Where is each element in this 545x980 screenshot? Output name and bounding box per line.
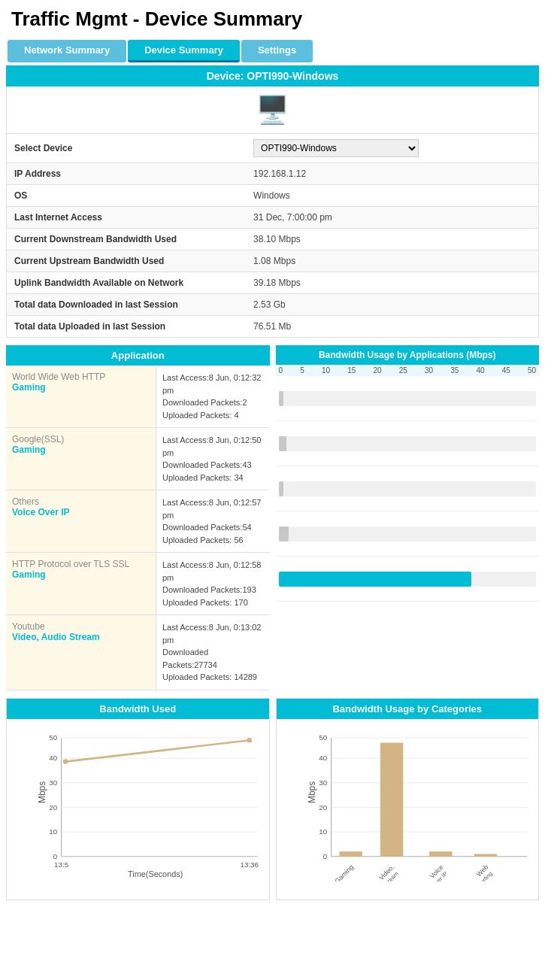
svg-text:10: 10 [49, 827, 57, 836]
bw-bar-row [276, 511, 540, 557]
field-value: 192.168.1.12 [246, 163, 538, 185]
table-row: Total data Downloaded in last Session 2.… [7, 294, 539, 316]
bw-bar-container [279, 391, 537, 406]
svg-text:Mbps: Mbps [37, 781, 47, 803]
app-category: Gaming [12, 444, 150, 455]
bandwidth-used-header: Bandwidth Used [7, 699, 269, 719]
bw-bar-row [276, 466, 540, 511]
line-chart-svg: Mbps 0 10 20 30 40 50 [37, 725, 266, 881]
bw-bar [279, 572, 472, 587]
table-row: Last Internet Access 31 Dec, 7:00:00 pm [7, 207, 539, 229]
scale-label: 15 [347, 366, 356, 375]
bar-voip [429, 851, 452, 857]
scale-label: 40 [476, 366, 484, 375]
app-name-col: World Wide Web HTTP Gaming [6, 366, 156, 427]
field-label: Total data Downloaded in last Session [7, 294, 247, 316]
svg-text:0: 0 [53, 851, 58, 860]
field-label: Uplink Bandwidth Available on Network [7, 272, 247, 294]
app-details: Last Access:8 Jun, 0:12:50 pmDownloaded … [156, 428, 270, 490]
field-label: Current Upstream Bandwidth Used [7, 250, 247, 272]
application-col: Application World Wide Web HTTP Gaming L… [6, 345, 270, 690]
table-row: Total data Uploaded in last Session 76.5… [7, 316, 539, 338]
field-label: OS [7, 185, 247, 207]
table-row: Current Downstream Bandwidth Used 38.10 … [7, 229, 539, 250]
app-name: Others [12, 496, 150, 507]
scale-label: 50 [528, 366, 536, 375]
bw-bar-row [276, 421, 540, 466]
bar-web [474, 854, 496, 856]
svg-text:Time(Seconds): Time(Seconds) [128, 869, 183, 878]
table-row: Select Device OPTI990-Windows [7, 134, 539, 163]
tab-network[interactable]: Network Summary [8, 40, 126, 62]
bw-bar-container [279, 481, 537, 496]
device-icon-row: 🖥️ [6, 86, 539, 134]
bw-bars [276, 376, 540, 602]
svg-text:40: 40 [49, 754, 57, 762]
application-rows: World Wide Web HTTP Gaming Last Access:8… [6, 366, 270, 690]
svg-point-15 [63, 759, 68, 764]
app-name-col: HTTP Protocol over TLS SSL Gaming [6, 553, 156, 614]
field-value: 39.18 Mbps [246, 272, 538, 294]
list-item: World Wide Web HTTP Gaming Last Access:8… [6, 366, 270, 428]
device-select[interactable]: OPTI990-Windows [253, 139, 419, 157]
field-value[interactable]: OPTI990-Windows [246, 134, 538, 163]
table-row: IP Address 192.168.1.12 [7, 163, 539, 185]
app-category: Voice Over IP [12, 507, 150, 517]
bandwidth-header: Bandwidth Usage by Applications (Mbps) [276, 345, 540, 365]
scale-label: 0 [279, 366, 283, 375]
svg-text:20: 20 [49, 803, 57, 811]
field-label: Total data Uploaded in last Session [7, 316, 247, 338]
scale-label: 25 [399, 366, 407, 375]
bw-bar-container [279, 572, 537, 587]
app-details: Last Access:8 Jun, 0:12:58 pmDownloaded … [156, 553, 270, 614]
app-details: Last Access:8 Jun, 0:12:32 pmDownloaded … [156, 366, 270, 427]
app-name-col: Youtube Video, Audio Stream [6, 615, 156, 690]
application-header: Application [6, 345, 270, 366]
bw-bar-row [276, 557, 540, 602]
svg-text:20: 20 [319, 803, 327, 811]
list-item: HTTP Protocol over TLS SSL Gaming Last A… [6, 553, 270, 615]
device-icon: 🖥️ [256, 94, 289, 125]
bandwidth-categories-header: Bandwidth Usage by Categories [277, 699, 539, 719]
svg-text:40: 40 [319, 754, 327, 762]
bandwidth-categories-chart: Bandwidth Usage by Categories Mbps 0 10 … [276, 698, 540, 900]
bw-bar-container [279, 436, 537, 451]
scale-label: 20 [373, 366, 381, 375]
list-item: Others Voice Over IP Last Access:8 Jun, … [6, 490, 270, 553]
device-section-header: Device: OPTI990-Windows [6, 65, 539, 86]
app-name: HTTP Protocol over TLS SSL [12, 559, 150, 569]
field-value: 2.53 Gb [246, 294, 538, 316]
app-category: Gaming [12, 569, 150, 580]
table-row: Uplink Bandwidth Available on Network 39… [7, 272, 539, 294]
svg-point-16 [247, 738, 252, 743]
bw-bar-row [276, 376, 540, 421]
bar-chart-svg: Mbps 0 10 20 30 40 50 [307, 725, 536, 881]
svg-text:30: 30 [319, 778, 327, 787]
field-value: 31 Dec, 7:00:00 pm [246, 207, 538, 229]
list-item: Youtube Video, Audio Stream Last Access:… [6, 615, 270, 690]
scale-label: 35 [450, 366, 459, 375]
svg-text:10: 10 [319, 827, 327, 836]
table-row: OS Windows [7, 185, 539, 207]
app-name-col: Google(SSL) Gaming [6, 428, 156, 490]
field-label: IP Address [7, 163, 247, 185]
page-title: Traffic Mgmt - Device Summary [0, 0, 545, 37]
svg-text:50: 50 [319, 733, 327, 742]
field-value: Windows [246, 185, 538, 207]
app-name: Youtube [12, 621, 150, 632]
app-details: Last Access:8 Jun, 0:13:02 pmDownloaded … [156, 615, 270, 690]
scale-label: 5 [300, 366, 304, 375]
scale-label: 45 [502, 366, 510, 375]
bandwidth-used-chart: Bandwidth Used Mbps 0 10 20 30 40 50 [6, 698, 270, 900]
field-value: 1.08 Mbps [246, 250, 538, 272]
list-item: Google(SSL) Gaming Last Access:8 Jun, 0:… [6, 428, 270, 490]
charts-row: Bandwidth Used Mbps 0 10 20 30 40 50 [0, 690, 545, 908]
app-category: Gaming [12, 382, 150, 393]
tab-settings[interactable]: Settings [241, 40, 313, 62]
bw-bar [279, 391, 284, 406]
bw-bar-container [279, 526, 537, 542]
bw-bar [279, 526, 289, 542]
svg-text:0: 0 [322, 851, 327, 860]
tab-device[interactable]: Device Summary [128, 40, 240, 62]
tabs-bar: Network Summary Device Summary Settings [0, 37, 545, 65]
